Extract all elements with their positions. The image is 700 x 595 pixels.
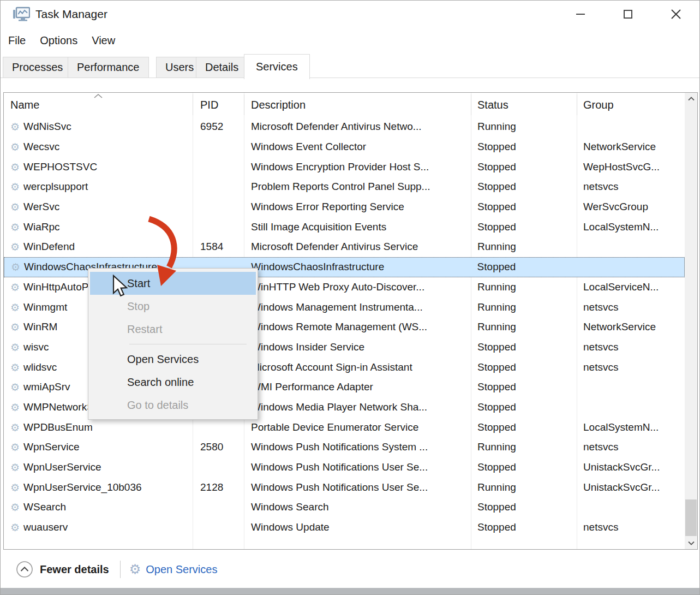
service-name: Wecsvc — [23, 141, 59, 153]
service-status: Running — [471, 117, 577, 137]
service-gear-icon: ⚙ — [10, 521, 20, 533]
service-status: Stopped — [471, 517, 577, 538]
table-row[interactable]: ⚙WpnService2580Windows Push Notification… — [4, 437, 685, 457]
service-name: WPDBusEnum — [23, 421, 93, 433]
service-name: WinDefend — [23, 241, 75, 253]
service-group: netsvcs — [577, 437, 685, 457]
service-group — [577, 377, 685, 397]
header-divider — [193, 94, 193, 115]
service-description: Windows Update — [244, 517, 471, 538]
service-pid: 2128 — [193, 477, 244, 497]
service-pid — [193, 157, 244, 177]
table-row[interactable]: ⚙WecsvcWindows Event CollectorStoppedNet… — [4, 137, 685, 157]
minimize-button[interactable] — [563, 1, 599, 28]
close-icon — [669, 8, 683, 21]
service-status: Running — [471, 277, 577, 297]
context-menu-item-stop: Stop — [90, 295, 256, 318]
service-status: Stopped — [471, 197, 577, 217]
context-menu-item-start[interactable]: Start — [90, 272, 256, 295]
tab-performance[interactable]: Performance — [68, 57, 149, 78]
service-gear-icon: ⚙ — [10, 121, 20, 133]
table-row[interactable]: ⚙WpnUserService_10b0362128Windows Push N… — [4, 477, 685, 497]
table-row[interactable]: ⚙WerSvcWindows Error Reporting ServiceSt… — [4, 197, 685, 217]
menubar-item-file[interactable]: File — [8, 34, 26, 47]
table-row[interactable]: ⚙WEPHOSTSVCWindows Encryption Provider H… — [4, 157, 685, 177]
context-menu-item-open-services[interactable]: Open Services — [90, 348, 256, 371]
close-button[interactable] — [658, 1, 694, 28]
service-group: netsvcs — [577, 357, 685, 377]
service-name: wercplsupport — [23, 181, 88, 193]
table-row[interactable]: ⚙WSearchWindows SearchStopped — [4, 497, 685, 517]
service-description: Windows Push Notifications System ... — [244, 437, 471, 457]
tab-details[interactable]: Details — [196, 57, 248, 78]
service-group: netsvcs — [577, 337, 685, 358]
service-gear-icon: ⚙ — [10, 141, 20, 153]
service-description: Windows Encryption Provider Host S... — [244, 157, 471, 177]
scrollbar-thumb[interactable] — [685, 499, 697, 536]
service-description: Windows Error Reporting Service — [244, 197, 471, 217]
service-name: WinRM — [23, 321, 57, 333]
fewer-details-button[interactable]: Fewer details — [40, 563, 109, 576]
title-bar: Task Manager — [1, 1, 699, 28]
service-group — [577, 397, 685, 418]
service-group: UnistackSvcGr... — [577, 477, 685, 497]
tab-services[interactable]: Services — [244, 54, 310, 79]
service-status: Running — [471, 317, 577, 337]
chevron-up-icon — [688, 97, 695, 101]
maximize-button[interactable] — [610, 1, 646, 28]
service-gear-icon: ⚙ — [10, 441, 20, 453]
minimize-icon — [575, 8, 587, 20]
service-name: wisvc — [23, 341, 49, 353]
table-row[interactable]: ⚙WinDefend1584Microsoft Defender Antivir… — [4, 237, 685, 257]
service-status: Running — [471, 297, 577, 317]
service-gear-icon: ⚙ — [10, 481, 20, 493]
sort-ascending-icon — [93, 93, 103, 99]
menubar-item-view[interactable]: View — [92, 34, 115, 47]
footer-divider — [120, 561, 121, 578]
service-gear-icon: ⚙ — [10, 301, 20, 313]
service-group: LocalServiceN... — [577, 277, 685, 297]
service-group: NetworkService — [577, 317, 685, 337]
service-description: Microsoft Account Sign-in Assistant — [244, 357, 471, 377]
column-header-group[interactable]: Group — [577, 93, 685, 117]
service-gear-icon: ⚙ — [10, 181, 20, 193]
vertical-scrollbar[interactable] — [685, 93, 697, 549]
tab-processes[interactable]: Processes — [3, 57, 72, 78]
table-row[interactable]: ⚙WiaRpcStill Image Acquisition EventsSto… — [4, 217, 685, 237]
service-status: Stopped — [471, 377, 577, 397]
service-gear-icon: ⚙ — [10, 221, 20, 233]
scroll-down-button[interactable] — [685, 537, 697, 549]
table-row[interactable]: ⚙WpnUserServiceWindows Push Notification… — [4, 457, 685, 478]
service-description: WinHTTP Web Proxy Auto-Discover... — [244, 277, 471, 297]
service-description: Microsoft Defender Antivirus Service — [244, 237, 471, 257]
service-name: WerSvc — [23, 201, 59, 213]
service-gear-icon: ⚙ — [10, 161, 20, 173]
table-row[interactable]: ⚙WdNisSvc6952Microsoft Defender Antiviru… — [4, 117, 685, 137]
open-services-link[interactable]: Open Services — [146, 563, 217, 576]
service-gear-icon: ⚙ — [10, 361, 20, 373]
service-gear-icon: ⚙ — [10, 401, 20, 413]
column-header-pid[interactable]: PID — [193, 93, 244, 117]
service-status: Stopped — [471, 217, 577, 237]
service-name: WpnUserService_10b036 — [23, 481, 142, 493]
context-menu-item-search-online[interactable]: Search online — [90, 371, 256, 394]
context-menu-item-restart: Restart — [90, 318, 256, 341]
table-row[interactable]: ⚙wuauservWindows UpdateStoppednetsvcs — [4, 517, 685, 538]
service-description: Portable Device Enumerator Service — [244, 417, 471, 437]
context-menu: StartStopRestartOpen ServicesSearch onli… — [88, 268, 258, 420]
service-status: Running — [471, 237, 577, 257]
service-name: WiaRpc — [23, 221, 60, 233]
table-row[interactable]: ⚙wercplsupportProblem Reports Control Pa… — [4, 177, 685, 197]
context-menu-item-go-to-details: Go to details — [90, 394, 256, 416]
service-gear-icon: ⚙ — [10, 201, 20, 213]
chevron-down-icon — [688, 541, 695, 545]
service-pid — [193, 197, 244, 217]
scroll-up-button[interactable] — [685, 93, 697, 105]
column-header-status[interactable]: Status — [471, 93, 577, 117]
menubar-item-options[interactable]: Options — [40, 34, 77, 47]
table-row[interactable]: ⚙WPDBusEnumPortable Device Enumerator Se… — [4, 417, 685, 437]
service-status: Running — [471, 437, 577, 457]
column-header-description[interactable]: Description — [244, 93, 471, 117]
services-gear-icon: ⚙ — [129, 562, 141, 577]
service-status: Stopped — [471, 397, 577, 418]
